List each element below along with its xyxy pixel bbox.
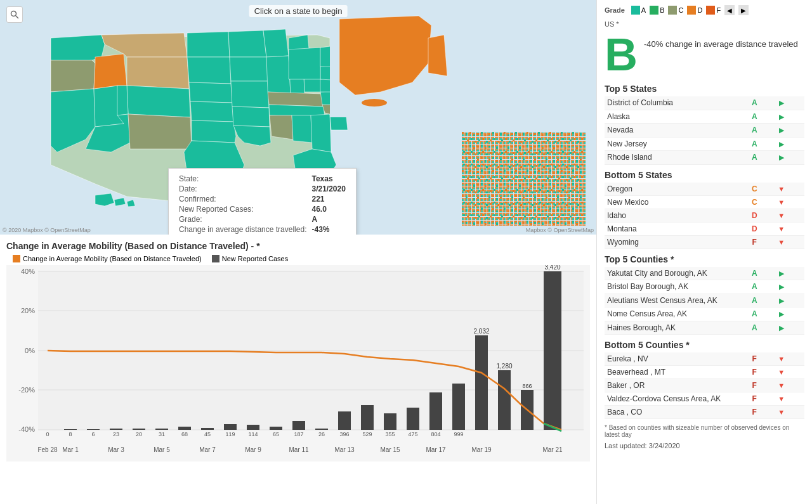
svg-rect-157 — [538, 157, 540, 159]
svg-rect-207 — [485, 172, 487, 174]
state-drill-btn[interactable]: ▼ — [777, 238, 786, 247]
svg-rect-406 — [511, 209, 513, 211]
state-drill-btn[interactable]: ▶ — [777, 112, 786, 121]
svg-rect-401 — [492, 208, 494, 210]
svg-rect-80 — [488, 146, 490, 148]
map-search-button[interactable] — [6, 6, 23, 23]
svg-rect-215 — [515, 170, 517, 172]
svg-rect-312 — [520, 191, 522, 193]
svg-rect-88 — [519, 147, 521, 149]
svg-rect-46 — [482, 138, 484, 140]
svg-rect-502 — [64, 429, 77, 430]
svg-rect-107 — [471, 151, 473, 153]
state-name: Oregon — [605, 183, 735, 196]
svg-rect-240 — [490, 178, 492, 179]
svg-rect-181 — [509, 166, 511, 168]
county-drill-btn[interactable]: ▶ — [777, 296, 786, 305]
svg-rect-477 — [538, 221, 540, 223]
svg-rect-16 — [488, 133, 490, 135]
grade-nav-right[interactable]: ▶ — [738, 5, 749, 15]
svg-rect-475 — [530, 223, 532, 225]
tooltip-newcases-label: New Reported Cases: — [176, 204, 309, 214]
svg-rect-20 — [504, 132, 506, 134]
svg-rect-45 — [478, 139, 480, 141]
county-drill-btn[interactable]: ▼ — [777, 381, 786, 390]
svg-rect-53 — [509, 141, 511, 143]
grade-b-swatch — [650, 6, 658, 15]
state-grade: C — [735, 183, 775, 196]
svg-rect-81 — [492, 145, 494, 146]
county-drill-btn[interactable]: ▼ — [777, 394, 786, 403]
svg-rect-303 — [486, 191, 488, 193]
svg-rect-96 — [549, 145, 551, 146]
state-drill-btn[interactable]: ▶ — [777, 139, 786, 148]
county-drill-btn[interactable]: ▶ — [777, 323, 786, 332]
svg-rect-373 — [509, 204, 511, 206]
svg-rect-294 — [572, 183, 574, 184]
state-drill-btn[interactable]: ▼ — [777, 211, 786, 220]
svg-rect-94 — [542, 147, 544, 149]
state-drill-btn[interactable]: ▶ — [777, 99, 786, 108]
svg-rect-437 — [509, 217, 511, 219]
svg-rect-130 — [558, 152, 560, 154]
svg-rect-362 — [467, 203, 469, 205]
svg-rect-327 — [577, 191, 579, 193]
svg-rect-23 — [515, 132, 517, 134]
county-drill-btn[interactable]: ▶ — [777, 269, 786, 278]
svg-rect-315 — [532, 191, 534, 193]
svg-rect-365 — [478, 203, 480, 205]
table-row: Idaho D ▼ — [605, 209, 804, 222]
svg-rect-26 — [527, 132, 528, 134]
county-drill-btn[interactable]: ▶ — [777, 310, 786, 319]
svg-rect-521 — [498, 370, 511, 430]
svg-text:114: 114 — [248, 431, 258, 437]
svg-rect-231 — [576, 172, 578, 174]
tooltip-state-value: Texas — [309, 174, 348, 184]
grade-nav-left[interactable]: ◀ — [724, 5, 735, 15]
county-drill-btn[interactable]: ▶ — [777, 283, 786, 292]
svg-rect-32 — [549, 132, 551, 134]
svg-rect-165 — [568, 158, 570, 160]
svg-rect-218 — [527, 170, 528, 172]
svg-rect-205 — [477, 171, 479, 173]
svg-rect-241 — [494, 176, 495, 178]
svg-text:2,032: 2,032 — [473, 328, 489, 335]
table-row: Nevada A ▶ — [605, 124, 804, 138]
svg-rect-311 — [516, 189, 518, 191]
svg-rect-44 — [475, 141, 476, 143]
svg-rect-375 — [516, 202, 518, 204]
svg-rect-92 — [534, 146, 536, 148]
svg-rect-220 — [534, 171, 536, 173]
state-drill-btn[interactable]: ▶ — [777, 126, 786, 135]
state-drill-btn[interactable]: ▼ — [777, 184, 786, 193]
svg-rect-483 — [561, 221, 563, 223]
svg-text:6: 6 — [91, 431, 95, 437]
svg-rect-139 — [469, 157, 471, 159]
svg-text:Mar 15: Mar 15 — [380, 446, 400, 453]
svg-rect-346 — [527, 195, 528, 197]
tooltip-state-label: State: — [176, 174, 309, 184]
svg-rect-344 — [519, 198, 521, 200]
svg-rect-293 — [568, 184, 570, 186]
state-name: New Jersey — [605, 137, 735, 151]
svg-rect-281 — [523, 184, 525, 186]
svg-rect-440 — [520, 217, 522, 219]
table-row: Beaverhead , MT F ▼ — [605, 366, 804, 379]
county-drill-btn[interactable]: ▼ — [777, 368, 786, 377]
state-drill-btn[interactable]: ▶ — [777, 153, 786, 162]
county-drill-btn[interactable]: ▼ — [777, 354, 786, 363]
svg-rect-105 — [463, 151, 465, 153]
svg-text:Mar 19: Mar 19 — [471, 446, 492, 453]
svg-rect-452 — [566, 217, 568, 219]
svg-rect-424 — [580, 209, 582, 211]
state-drill-btn[interactable]: ▼ — [777, 224, 786, 233]
table-row: Baca , CO F ▼ — [605, 406, 804, 419]
svg-rect-427 — [471, 214, 473, 216]
svg-rect-266 — [466, 184, 468, 186]
table-row: New Jersey A ▶ — [605, 137, 804, 151]
svg-text:866: 866 — [522, 383, 532, 389]
state-drill-btn[interactable]: ▼ — [777, 198, 786, 207]
county-grade: F — [735, 379, 775, 392]
svg-rect-191 — [547, 165, 549, 167]
county-drill-btn[interactable]: ▼ — [777, 408, 786, 417]
